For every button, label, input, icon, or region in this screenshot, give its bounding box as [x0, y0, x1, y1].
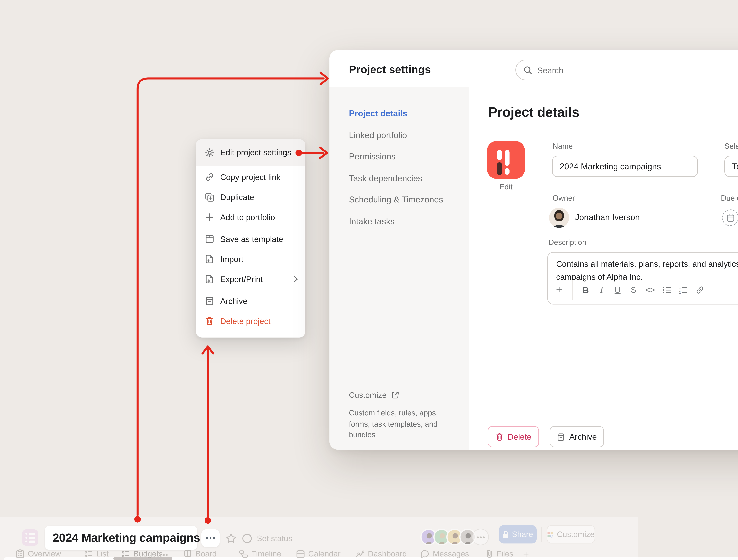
nav-label: Linked portfolio — [349, 130, 407, 140]
tab-label: Budgets — [133, 549, 163, 558]
tab-list[interactable]: List — [84, 549, 109, 558]
formatting-toolbar: + B I U S <> 12 — [555, 280, 705, 300]
add-icon[interactable]: + — [555, 284, 563, 296]
customize-button[interactable]: Customize — [547, 525, 595, 543]
archive-button[interactable]: Archive — [549, 426, 604, 447]
modal-sidebar: Project details Linked portfolio Permiss… — [329, 87, 469, 450]
tab-dashboard[interactable]: Dashboard — [355, 549, 407, 558]
customize-section: Customize Custom fields, rules, apps, fo… — [349, 391, 455, 441]
description-editor[interactable]: Contains all materials, plans, reports, … — [547, 252, 738, 305]
tab-timeline[interactable]: Timeline — [239, 549, 281, 558]
nav-label: Permissions — [349, 152, 396, 161]
due-date-calendar-icon[interactable] — [722, 209, 738, 226]
link-icon[interactable] — [696, 285, 705, 294]
menu-item-duplicate[interactable]: Duplicate — [196, 187, 305, 207]
grid-icon — [547, 530, 554, 538]
menu-label: Import — [220, 254, 243, 263]
project-context-menu: Edit project settings Copy project link … — [196, 139, 305, 338]
tab-label: Calendar — [308, 549, 341, 558]
bulleted-list-icon[interactable] — [663, 286, 671, 294]
share-label: Share — [512, 530, 533, 539]
board-icon — [183, 550, 192, 558]
tab-label: Files — [496, 549, 513, 558]
bold-icon[interactable]: B — [582, 285, 590, 295]
owner-avatar[interactable] — [549, 208, 569, 228]
tab-label: List — [96, 549, 109, 558]
tab-label: Timeline — [252, 549, 281, 558]
name-input[interactable]: 2024 Marketing campaigns — [552, 156, 698, 177]
settings-nav: Project details Linked portfolio Permiss… — [329, 103, 469, 232]
nav-item-intake-tasks[interactable]: Intake tasks — [329, 210, 469, 232]
star-icon[interactable] — [226, 533, 237, 544]
underline-icon[interactable]: U — [614, 285, 622, 295]
menu-item-export-print[interactable]: Export/Print — [196, 269, 305, 289]
status-circle-icon — [242, 533, 252, 543]
search-input[interactable]: Search — [515, 60, 738, 80]
menu-label: Save as template — [220, 234, 283, 243]
external-link-icon — [391, 391, 399, 399]
tab-label: Dashboard — [368, 549, 407, 558]
dashboard-icon — [355, 550, 364, 558]
project-title: 2024 Marketing campaigns — [52, 531, 200, 545]
customize-link[interactable]: Customize — [349, 391, 455, 400]
nav-item-linked-portfolio[interactable]: Linked portfolio — [329, 124, 469, 146]
duplicate-icon — [205, 192, 214, 202]
list-icon — [84, 550, 93, 558]
archive-label: Archive — [569, 432, 597, 441]
timeline-icon — [239, 550, 248, 558]
tab-board[interactable]: Board — [183, 549, 217, 558]
tab-files[interactable]: Files — [486, 549, 513, 558]
team-select[interactable]: Team Sharing — [724, 156, 738, 177]
project-overflow-button[interactable] — [201, 529, 220, 547]
more-members-button[interactable] — [472, 529, 489, 545]
owner-name[interactable]: Jonathan Iverson — [575, 212, 640, 222]
footer-divider — [469, 418, 738, 418]
chat-bubble-icon — [420, 550, 429, 558]
tab-overview[interactable]: Overview — [16, 549, 61, 558]
menu-item-delete-project[interactable]: Delete project — [196, 311, 305, 331]
numbered-list-icon[interactable]: 12 — [679, 286, 688, 294]
add-tab-label: + — [523, 549, 529, 560]
nav-item-scheduling-timezones[interactable]: Scheduling & Timezones — [329, 189, 469, 210]
tab-calendar[interactable]: Calendar — [296, 549, 341, 558]
set-status-button[interactable]: Set status — [242, 533, 292, 543]
search-icon — [523, 65, 532, 75]
nav-label: Intake tasks — [349, 216, 395, 226]
menu-item-add-to-portfolio[interactable]: Add to portfolio — [196, 207, 305, 227]
menu-label: Archive — [220, 297, 247, 306]
customize-label: Customize — [349, 391, 387, 400]
nav-item-permissions[interactable]: Permissions — [329, 146, 469, 167]
project-color-icon — [22, 529, 38, 546]
menu-item-save-as-template[interactable]: Save as template — [196, 229, 305, 249]
menu-item-edit-project-settings[interactable]: Edit project settings — [196, 139, 305, 166]
tab-add[interactable]: + — [523, 549, 529, 560]
nav-item-project-details[interactable]: Project details — [329, 103, 469, 124]
code-icon[interactable]: <> — [645, 285, 655, 295]
nav-label: Scheduling & Timezones — [349, 195, 443, 204]
plus-icon — [205, 212, 214, 222]
menu-item-archive[interactable]: Archive — [196, 291, 305, 311]
template-icon — [205, 234, 214, 244]
project-title-box[interactable]: 2024 Marketing campaigns — [45, 526, 197, 550]
menu-label: Copy project link — [220, 173, 281, 181]
calendar-icon — [296, 549, 305, 558]
customize-label: Customize — [557, 530, 595, 539]
edit-icon-label[interactable]: Edit — [487, 182, 525, 191]
strikethrough-icon[interactable]: S — [629, 285, 638, 295]
tab-overflow-icon[interactable] — [159, 554, 168, 556]
italic-icon[interactable]: I — [598, 285, 606, 295]
nav-item-task-dependencies[interactable]: Task dependencies — [329, 167, 469, 189]
project-icon[interactable] — [487, 141, 525, 179]
menu-item-import[interactable]: Import — [196, 249, 305, 269]
team-value: Team Sharing — [732, 162, 738, 171]
menu-item-copy-project-link[interactable]: Copy project link — [196, 167, 305, 187]
archive-icon — [205, 296, 214, 306]
delete-button[interactable]: Delete — [488, 426, 539, 447]
tab-messages[interactable]: Messages — [420, 549, 469, 558]
svg-text:2: 2 — [679, 290, 681, 294]
svg-text:1: 1 — [679, 286, 681, 289]
nav-label: Task dependencies — [349, 173, 422, 183]
share-button[interactable]: Share — [499, 525, 537, 543]
menu-divider — [196, 290, 305, 290]
tab-budgets[interactable]: Budgets — [122, 549, 163, 558]
